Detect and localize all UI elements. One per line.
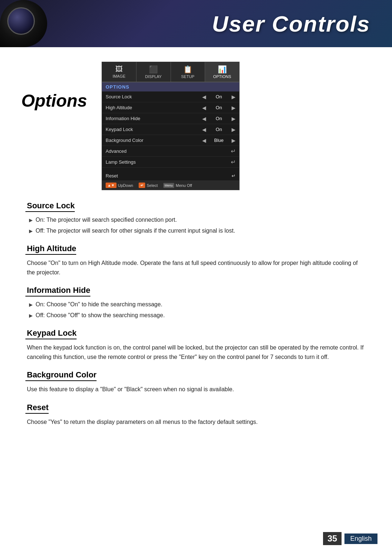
keypad-lock-left-arrow: ◀	[202, 127, 206, 132]
source-lock-label: Source Lock	[106, 94, 202, 99]
information-hide-right-arrow: ▶	[232, 116, 236, 122]
setup-tab-icon: 📋	[172, 65, 204, 74]
keypad-lock-right-arrow: ▶	[232, 127, 236, 132]
information-hide-left-arrow: ◀	[202, 116, 206, 122]
source-lock-right-arrow: ▶	[232, 94, 236, 100]
tab-setup-label: SETUP	[181, 74, 195, 79]
page-number: 35	[323, 532, 342, 545]
lens-graphic	[0, 0, 47, 47]
tab-setup[interactable]: 📋 SETUP	[171, 62, 205, 82]
source-lock-heading: Source Lock	[25, 201, 75, 212]
reset-heading: Reset	[25, 403, 49, 414]
information-hide-heading: Information Hide	[25, 286, 90, 297]
keypad-lock-heading: Keypad Lock	[25, 328, 77, 339]
osd-footer: ▲▼ UpDown ↵ Select Menu Menu Off	[102, 181, 239, 190]
information-hide-bullet-1: ▶ On: Choose "On" to hide the searching …	[29, 300, 367, 309]
osd-section-title: OPTIONS	[102, 82, 239, 91]
content-body: Source Lock ▶ On: The projector will sea…	[15, 201, 377, 436]
osd-row-reset[interactable]: Reset ↵	[102, 171, 239, 181]
background-color-left-arrow: ◀	[202, 138, 206, 143]
select-label: Select	[147, 183, 158, 188]
background-color-right-arrow: ▶	[232, 138, 236, 143]
top-section: Options 🖼 IMAGE ⬛ DISPLAY 📋 SETUP 📊	[15, 62, 377, 190]
information-hide-bullet-2: ▶ Off: Choose "Off" to show the searchin…	[29, 311, 367, 320]
section-source-lock: Source Lock ▶ On: The projector will sea…	[25, 201, 367, 235]
information-hide-bullet-2-text: Off: Choose "Off" to show the searching …	[36, 311, 165, 320]
bullet-arrow-icon: ▶	[29, 301, 33, 308]
display-tab-icon: ⬛	[138, 65, 169, 74]
menu-icon: Menu	[163, 183, 175, 188]
menu-off-label: Menu Off	[176, 183, 192, 188]
page-language: English	[344, 533, 377, 544]
tab-display-label: DISPLAY	[145, 74, 162, 79]
osd-tab-bar: 🖼 IMAGE ⬛ DISPLAY 📋 SETUP 📊 OPTIONS	[102, 62, 239, 82]
source-lock-bullet-1: ▶ On: The projector will search specifie…	[29, 216, 367, 224]
osd-row-advanced[interactable]: Advanced ↵	[102, 146, 239, 157]
high-altitude-text: Choose "On" to turn on High Altitude mod…	[27, 258, 367, 277]
source-lock-value: On	[210, 94, 228, 99]
reset-text: Choose "Yes" to return the display param…	[27, 417, 367, 427]
lamp-settings-enter-icon: ↵	[231, 159, 236, 165]
information-hide-bullets: ▶ On: Choose "On" to hide the searching …	[25, 300, 367, 320]
section-reset: Reset Choose "Yes" to return the display…	[25, 403, 367, 427]
section-background-color: Background Color Use this feature to dis…	[25, 370, 367, 394]
tab-display[interactable]: ⬛ DISPLAY	[136, 62, 171, 82]
advanced-label: Advanced	[106, 148, 231, 154]
page-header: User Controls	[0, 0, 392, 47]
high-altitude-label: High Altitude	[106, 105, 202, 110]
tab-options-label: OPTIONS	[213, 74, 231, 79]
advanced-enter-icon: ↵	[231, 148, 236, 155]
section-high-altitude: High Altitude Choose "On" to turn on Hig…	[25, 244, 367, 277]
background-color-label: Background Color	[106, 138, 202, 143]
background-color-value: Blue	[210, 138, 228, 143]
image-tab-icon: 🖼	[103, 65, 135, 73]
tab-options[interactable]: 📊 OPTIONS	[205, 62, 239, 82]
osd-row-background-color[interactable]: Background Color ◀ Blue ▶	[102, 135, 239, 146]
bullet-arrow-icon: ▶	[29, 217, 33, 224]
main-content: Options 🖼 IMAGE ⬛ DISPLAY 📋 SETUP 📊	[0, 47, 392, 450]
keypad-lock-label: Keypad Lock	[106, 127, 202, 132]
source-lock-bullets: ▶ On: The projector will search specifie…	[25, 216, 367, 235]
lamp-settings-label: Lamp Settings	[106, 159, 231, 165]
options-tab-icon: 📊	[207, 65, 238, 74]
information-hide-bullet-1-text: On: Choose "On" to hide the searching me…	[36, 300, 162, 309]
high-altitude-heading: High Altitude	[25, 244, 76, 255]
high-altitude-right-arrow: ▶	[232, 105, 236, 111]
source-lock-bullet-2-text: Off: The projector will search for other…	[36, 226, 235, 235]
select-icon: ↵	[139, 183, 145, 188]
source-lock-bullet-1-text: On: The projector will search specified …	[36, 216, 177, 224]
high-altitude-left-arrow: ◀	[202, 105, 206, 111]
osd-spacer	[102, 168, 239, 171]
bullet-arrow-icon: ▶	[29, 312, 33, 319]
source-lock-bullet-2: ▶ Off: The projector will search for oth…	[29, 226, 367, 235]
footer-menu-off: Menu Menu Off	[163, 183, 192, 188]
osd-row-high-altitude[interactable]: High Altitude ◀ On ▶	[102, 102, 239, 113]
footer-updown: ▲▼ UpDown	[106, 183, 133, 188]
osd-menu: 🖼 IMAGE ⬛ DISPLAY 📋 SETUP 📊 OPTIONS OPTI…	[102, 62, 240, 190]
tab-image[interactable]: 🖼 IMAGE	[102, 62, 136, 82]
tab-image-label: IMAGE	[113, 74, 125, 78]
page-footer: 35 English	[323, 532, 377, 545]
high-altitude-value: On	[210, 105, 228, 110]
bullet-arrow-icon: ▶	[29, 228, 33, 235]
osd-row-keypad-lock[interactable]: Keypad Lock ◀ On ▶	[102, 124, 239, 135]
osd-row-source-lock[interactable]: Source Lock ◀ On ▶	[102, 91, 239, 102]
background-color-text: Use this feature to display a "Blue" or …	[27, 385, 367, 394]
osd-row-lamp-settings[interactable]: Lamp Settings ↵	[102, 157, 239, 168]
reset-label: Reset	[106, 173, 118, 179]
keypad-lock-value: On	[210, 127, 228, 132]
footer-select: ↵ Select	[139, 183, 158, 188]
source-lock-left-arrow: ◀	[202, 94, 206, 100]
updown-label: UpDown	[118, 183, 133, 188]
information-hide-label: Information Hide	[106, 116, 202, 121]
section-information-hide: Information Hide ▶ On: Choose "On" to hi…	[25, 286, 367, 320]
reset-enter-icon: ↵	[232, 173, 236, 179]
information-hide-value: On	[210, 116, 228, 121]
page-title: User Controls	[212, 11, 370, 37]
section-keypad-lock: Keypad Lock When the keypad lock functio…	[25, 328, 367, 361]
osd-row-information-hide[interactable]: Information Hide ◀ On ▶	[102, 113, 239, 124]
keypad-lock-text: When the keypad lock function is on, the…	[27, 343, 367, 361]
updown-icon: ▲▼	[106, 183, 117, 188]
options-label: Options	[15, 91, 87, 111]
background-color-heading: Background Color	[25, 370, 97, 381]
